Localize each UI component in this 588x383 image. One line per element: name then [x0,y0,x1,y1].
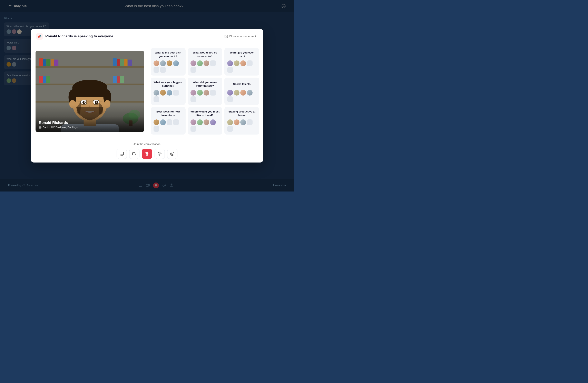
avatar-placeholder [227,67,233,73]
video-info-overlay: Ronald Richards Senior UX Designer, Duol… [36,117,144,132]
avatar-placeholder [190,126,196,132]
avatar [190,119,196,125]
question-card-8[interactable]: Where would you most like to travel? [188,107,223,134]
avatar-placeholder [167,119,172,125]
avatar [227,61,233,66]
avatar-placeholder [210,61,216,66]
avatar-placeholder [153,96,159,102]
svg-point-66 [159,153,160,154]
svg-rect-27 [113,76,117,83]
question-text-1: What is the best dish you can cook? [153,51,183,58]
avatar [173,61,179,66]
speaker-name: Ronald Richards [39,121,141,125]
avatar [234,119,239,125]
avatar [227,119,233,125]
avatar [240,61,246,66]
svg-rect-25 [43,76,46,83]
control-buttons [36,149,258,159]
avatar [167,90,172,96]
svg-rect-19 [113,58,117,66]
svg-point-69 [173,153,173,153]
close-announcement-button[interactable]: Close announcement [223,34,258,39]
question-card-6[interactable]: Secret talents [224,78,259,105]
avatar-placeholder [210,90,216,96]
svg-rect-24 [39,76,43,83]
question-text-5: What did you name your first car? [190,81,220,88]
svg-rect-21 [120,58,124,65]
avatar [197,119,203,125]
question-card-2[interactable]: What would you be famous for? [188,48,223,75]
svg-rect-28 [117,76,120,83]
question-avatars-2 [190,61,220,73]
close-announcement-label: Close announcement [229,35,256,38]
announcement-icon: 📣 [36,33,43,40]
avatar-placeholder [190,67,196,73]
question-text-9: Staying productive at home [227,110,256,117]
avatar-placeholder [227,96,233,102]
question-avatars-1 [153,61,183,73]
question-avatars-5 [190,90,220,102]
question-card-4[interactable]: What was your biggest surprise? [151,78,186,105]
emoji-icon [170,151,175,156]
svg-rect-18 [54,59,58,65]
avatar [197,61,203,66]
avatar [240,119,246,125]
avatar [153,119,159,125]
question-avatars-9 [227,119,256,132]
svg-rect-17 [51,59,54,65]
avatar-placeholder [247,61,252,66]
avatar [204,90,209,96]
avatar [234,61,239,66]
reactions-button[interactable] [167,149,177,159]
avatar [190,61,196,66]
question-card-1[interactable]: What is the best dish you can cook? [151,48,186,75]
screen-share-button[interactable] [117,149,127,159]
question-avatars-4 [153,90,183,102]
question-card-5[interactable]: What did you name your first car? [188,78,223,105]
settings-button[interactable] [155,149,165,159]
svg-rect-22 [124,59,127,65]
modal-footer: Join the conversation [31,139,263,163]
question-card-3[interactable]: Worst job you ever had? [224,48,259,75]
avatar [160,90,166,96]
modal-header-left: 📣 Ronald Richards is speaking to everyon… [36,33,113,40]
microphone-button[interactable] [142,149,152,159]
avatar [210,119,216,125]
question-card-7[interactable]: Best ideas for new inventions [151,107,186,134]
avatar-placeholder [153,126,159,132]
svg-rect-20 [117,59,120,65]
question-avatars-7 [153,119,183,132]
screen-icon [119,151,124,156]
avatar-placeholder [173,119,179,125]
join-conversation-label: Join the conversation [36,143,258,146]
svg-rect-14 [39,58,43,66]
avatar [247,90,252,96]
avatar [197,90,203,96]
question-card-9[interactable]: Staying productive at home [224,107,259,134]
svg-rect-16 [46,59,50,65]
svg-rect-63 [120,152,124,155]
announcement-modal: 📣 Ronald Richards is speaking to everyon… [31,29,263,162]
camera-button[interactable] [129,149,139,159]
avatar [190,90,196,96]
svg-rect-29 [120,76,124,83]
avatar-placeholder [190,96,196,102]
questions-section: What is the best dish you can cook? Wh [149,44,263,138]
svg-point-68 [171,153,172,153]
svg-rect-45 [72,87,107,97]
svg-rect-64 [132,152,135,155]
question-text-8: Where would you most like to travel? [190,110,220,117]
avatar [167,61,172,66]
modal-header: 📣 Ronald Richards is speaking to everyon… [31,29,263,44]
svg-rect-23 [128,59,132,65]
video-section: Ronald Richards Senior UX Designer, Duol… [31,44,149,138]
avatar [160,119,166,125]
question-text-7: Best ideas for new inventions [153,110,183,117]
settings-icon [157,151,162,156]
avatar-placeholder [173,90,179,96]
avatar-placeholder [227,126,233,132]
svg-point-67 [170,152,174,156]
avatar [153,61,159,66]
avatar [204,119,209,125]
video-container: Ronald Richards Senior UX Designer, Duol… [36,51,144,132]
